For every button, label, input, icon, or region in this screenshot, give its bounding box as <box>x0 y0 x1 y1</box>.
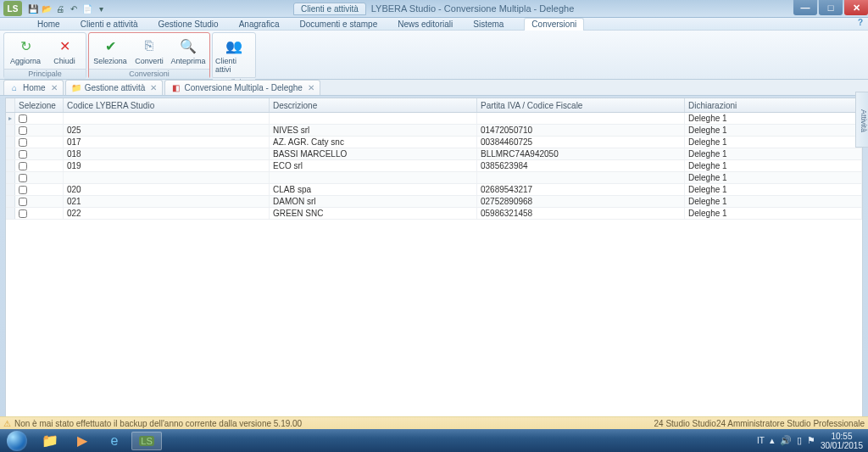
row-checkbox[interactable] <box>19 162 27 170</box>
taskbar-media[interactable]: ▶ <box>67 432 97 450</box>
row-checkbox[interactable] <box>19 114 27 123</box>
menu-clienti-e-attivit-[interactable]: Clienti e attività <box>81 20 138 29</box>
qat-doc-icon[interactable]: 📄 <box>81 3 93 14</box>
cell-desc <box>270 113 477 124</box>
tray-clock[interactable]: 10:55 30/01/2015 <box>821 432 863 450</box>
cell-codice <box>64 172 270 183</box>
tab-home-close[interactable]: ✕ <box>51 83 58 92</box>
preview-button-icon: 🔍 <box>179 36 198 55</box>
row-checkbox[interactable] <box>19 186 27 194</box>
windows-taskbar: 📁 ▶ e LS IT ▴ 🔊 ▯ ⚑ 10:55 30/01/2015 <box>0 429 868 452</box>
tray-flag-icon[interactable]: ⚑ <box>807 435 815 446</box>
status-right: 24 Studio Studio24 Amministratore Studio… <box>654 419 865 428</box>
qat-save-icon[interactable]: 💾 <box>27 3 39 14</box>
cell-selezione <box>15 137 64 148</box>
select-button[interactable]: ✔Seleziona <box>91 35 130 67</box>
refresh-button-icon: ↻ <box>16 36 35 55</box>
menu-sistema[interactable]: Sistema <box>473 20 504 29</box>
col-header-dichiarazioni[interactable]: Dichiarazioni <box>685 98 862 112</box>
active-clients-button-label: Clienti attivi <box>215 57 253 74</box>
close-button[interactable]: ✕Chiudi <box>45 35 84 67</box>
ribbon-group-label: Conversioni <box>89 69 209 79</box>
menu-news-editoriali[interactable]: News editoriali <box>398 20 453 29</box>
col-header-piva[interactable]: Partita IVA / Codice Fiscale <box>477 98 685 112</box>
tab-conversione-close[interactable]: ✕ <box>308 83 314 92</box>
row-handle: ▸ <box>6 113 15 124</box>
table-row[interactable]: 019ECO srl0385623984Deleghe 1 <box>6 160 862 172</box>
document-tabs: ⌂Home✕📁Gestione attività✕◧Conversione Mu… <box>0 80 868 96</box>
table-row[interactable]: ▸Deleghe 1 <box>6 113 862 125</box>
tray-up-icon[interactable]: ▴ <box>770 435 775 446</box>
row-handle <box>6 208 15 219</box>
cell-selezione <box>15 196 64 207</box>
row-handle <box>6 160 15 171</box>
app-logo: LS <box>3 1 22 16</box>
menu-gestione-studio[interactable]: Gestione Studio <box>159 20 219 29</box>
table-row[interactable]: 021DAMON srl02752890968Deleghe 1 <box>6 196 862 208</box>
active-clients-button[interactable]: 👥Clienti attivi <box>214 35 253 75</box>
row-checkbox[interactable] <box>19 126 27 135</box>
cell-dich: Deleghe 1 <box>685 113 862 124</box>
taskbar-ie[interactable]: e <box>99 432 130 450</box>
cell-piva: 05986321458 <box>477 208 685 219</box>
tray-language[interactable]: IT <box>757 436 765 445</box>
menu-conversioni[interactable]: Conversioni <box>524 18 584 31</box>
breadcrumb-tab[interactable]: Clienti e attività <box>293 3 366 15</box>
warning-icon: ⚠ <box>3 419 11 428</box>
tray-volume-icon[interactable]: 🔊 <box>780 435 792 446</box>
tab-conversione[interactable]: ◧Conversione Multipla - Deleghe✕ <box>164 80 320 95</box>
table-row[interactable]: 018BASSI MARCELLOBLLMRC74A942050Deleghe … <box>6 148 862 160</box>
table-row[interactable]: 025NIVES srl01472050710Deleghe 1 <box>6 125 862 137</box>
row-checkbox[interactable] <box>19 138 27 147</box>
cell-dich: Deleghe 1 <box>685 172 862 183</box>
row-handle <box>6 125 15 136</box>
tray-network-icon[interactable]: ▯ <box>797 435 802 446</box>
tray-date: 30/01/2015 <box>821 441 863 450</box>
tab-home-label: Home <box>23 83 46 92</box>
cell-piva <box>477 172 685 183</box>
cell-selezione <box>15 208 64 219</box>
tab-gestione-close[interactable]: ✕ <box>150 83 157 92</box>
preview-button-label: Anteprima <box>170 57 205 65</box>
menu-anagrafica[interactable]: Anagrafica <box>239 20 280 29</box>
col-header-selezione[interactable]: Selezione <box>15 98 64 112</box>
system-tray: IT ▴ 🔊 ▯ ⚑ 10:55 30/01/2015 <box>757 432 868 450</box>
menu-documenti-e-stampe[interactable]: Documenti e stampe <box>299 20 377 29</box>
status-bar: ⚠ Non è mai stato effettuato il backup d… <box>0 416 868 429</box>
col-header-codice[interactable]: Codice LYBERA Studio <box>64 98 270 112</box>
window-minimize-button[interactable]: — <box>793 0 817 15</box>
tab-conversione-label: Conversione Multipla - Deleghe <box>184 83 303 92</box>
qat-dropdown-icon[interactable]: ▾ <box>95 3 107 14</box>
row-checkbox[interactable] <box>19 209 27 218</box>
tab-gestione[interactable]: 📁Gestione attività✕ <box>65 80 164 95</box>
table-row[interactable]: Deleghe 1 <box>6 172 862 184</box>
tab-home[interactable]: ⌂Home✕ <box>3 80 64 95</box>
window-maximize-button[interactable]: □ <box>819 0 843 15</box>
qat-print-icon[interactable]: 🖨 <box>54 3 66 14</box>
start-button[interactable] <box>0 429 34 452</box>
row-checkbox[interactable] <box>19 150 27 159</box>
side-panel-tab[interactable]: Attività <box>855 92 868 148</box>
grid-header: Selezione Codice LYBERA Studio Descrizio… <box>6 98 862 113</box>
ribbon-group-principale: ↻Aggiorna✕ChiudiPrincipale <box>3 32 86 79</box>
menu-bar: HomeClienti e attivitàGestione StudioAna… <box>0 18 868 31</box>
taskbar-explorer[interactable]: 📁 <box>35 432 65 450</box>
table-row[interactable]: 020CLAB spa02689543217Deleghe 1 <box>6 184 862 196</box>
row-checkbox[interactable] <box>19 174 27 182</box>
preview-button[interactable]: 🔍Anteprima <box>169 35 208 67</box>
menu-home[interactable]: Home <box>37 20 60 29</box>
help-icon[interactable]: ? <box>858 18 863 27</box>
ribbon-group-filtri: 👥Clienti attiviFiltri <box>212 32 256 79</box>
qat-undo-icon[interactable]: ↶ <box>68 3 80 14</box>
ribbon-group-conversioni: ✔Seleziona⎘Converti🔍AnteprimaConversioni <box>88 32 210 79</box>
col-header-descrizione[interactable]: Descrizione <box>270 98 477 112</box>
table-row[interactable]: 022GREEN SNC05986321458Deleghe 1 <box>6 208 862 220</box>
qat-open-icon[interactable]: 📂 <box>41 3 53 14</box>
convert-button[interactable]: ⎘Converti <box>130 35 169 67</box>
row-checkbox[interactable] <box>19 198 27 206</box>
window-close-button[interactable]: ✕ <box>844 0 868 15</box>
table-row[interactable]: 017AZ. AGR. Caty snc00384460725Deleghe 1 <box>6 137 862 148</box>
taskbar-app[interactable]: LS <box>131 432 162 450</box>
refresh-button[interactable]: ↻Aggiorna <box>6 35 45 67</box>
window-title: LYBERA Studio - Conversione Multipla - D… <box>371 3 574 14</box>
